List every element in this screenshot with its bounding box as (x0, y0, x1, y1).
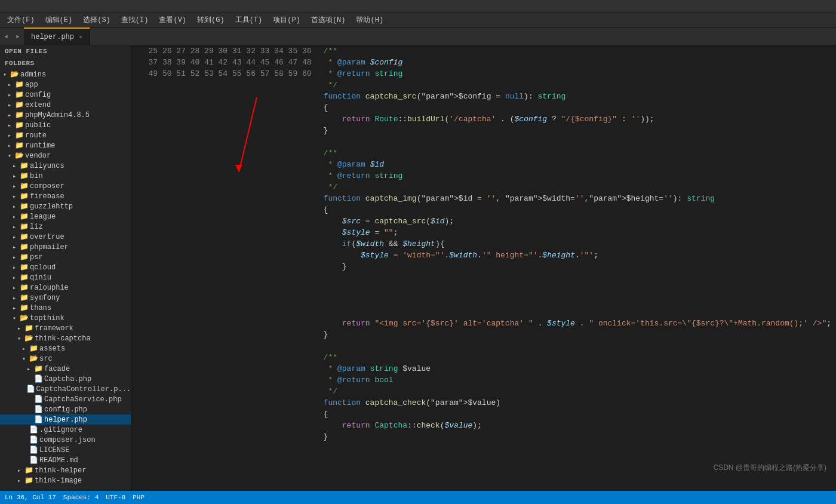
folder-arrow-icon (10, 254, 19, 261)
tree-item-thans[interactable]: 📁thans (0, 303, 131, 313)
status-bar: Ln 36, Col 17 Spaces: 4 UTF-8 PHP (0, 491, 836, 504)
status-encoding: UTF-8 (106, 494, 125, 501)
tree-item-.gitignore[interactable]: 📄.gitignore (0, 425, 131, 435)
tree-item-overtrue[interactable]: 📁overtrue (0, 232, 131, 242)
file-icon: 📄 (29, 435, 38, 444)
folder-icon: 📁 (19, 253, 29, 262)
menu-preferences[interactable]: 首选项(N) (306, 14, 351, 26)
tree-item-league[interactable]: 📁league (0, 211, 131, 222)
tree-item-assets[interactable]: 📁assets (0, 343, 131, 354)
tree-item-src[interactable]: 📂src (0, 354, 131, 364)
tab-close-icon[interactable]: ✕ (79, 33, 82, 41)
tree-item-app[interactable]: 📁app (0, 79, 131, 90)
tree-item-qcloud[interactable]: 📁qcloud (0, 262, 131, 272)
tree-item-label: LICENSE (39, 446, 69, 454)
folder-arrow-icon (5, 142, 14, 149)
folder-icon: 📁 (24, 466, 33, 475)
folder-icon: 📁 (19, 182, 29, 190)
folder-icon: 📂 (19, 314, 29, 322)
folder-icon: 📁 (19, 263, 29, 272)
folder-icon: 📁 (14, 131, 24, 140)
tree-item-runtime[interactable]: 📁runtime (0, 140, 131, 150)
tree-item-Captcha.php[interactable]: 📄Captcha.php (0, 374, 131, 384)
tree-item-qiniu[interactable]: 📁qiniu (0, 272, 131, 282)
tree-item-public[interactable]: 📁public (0, 120, 131, 130)
tree-item-config.php[interactable]: 📄config.php (0, 404, 131, 414)
tree-item-helper.php[interactable]: 📄helper.php (0, 414, 131, 425)
tree-item-CaptchaController.php[interactable]: 📄CaptchaController.p... (0, 384, 131, 394)
tree-item-extend[interactable]: 📁extend (0, 100, 131, 110)
menu-tools[interactable]: 工具(T) (230, 14, 268, 26)
tree-item-CaptchaService.php[interactable]: 📄CaptchaService.php (0, 394, 131, 404)
tree-item-phpMyAdmin[interactable]: 📁phpMyAdmin4.8.5 (0, 110, 131, 120)
folder-icon: 📁 (19, 212, 29, 221)
menu-goto[interactable]: 转到(G) (192, 14, 229, 26)
folder-arrow-icon (10, 264, 19, 271)
folder-arrow-icon (10, 315, 19, 322)
folder-arrow-icon (24, 365, 33, 373)
folder-arrow-icon (14, 477, 24, 484)
menu-select[interactable]: 选择(S) (78, 14, 115, 26)
tree-item-label: think-captcha (35, 334, 91, 343)
line-numbers: 25 26 27 28 29 30 31 32 33 34 35 36 37 3… (131, 45, 319, 491)
menu-view[interactable]: 查看(V) (154, 14, 191, 26)
tree-item-symfony[interactable]: 📁symfony (0, 293, 131, 303)
tree-item-firebase[interactable]: 📁firebase (0, 191, 131, 201)
tree-item-label: runtime (25, 142, 55, 150)
tree-item-think-captcha[interactable]: 📂think-captcha (0, 333, 131, 343)
folder-icon: 📁 (19, 273, 29, 282)
tree-item-label: liz (30, 223, 43, 231)
tree-item-think-helper[interactable]: 📁think-helper (0, 465, 131, 475)
folder-arrow-icon (10, 213, 19, 220)
tree-item-liz[interactable]: 📁liz (0, 222, 131, 232)
menu-help[interactable]: 帮助(H) (351, 14, 388, 26)
folder-icon: 📁 (19, 232, 29, 241)
tree-item-aliyuncs[interactable]: 📁aliyuncs (0, 161, 131, 171)
tree-item-config[interactable]: 📁config (0, 90, 131, 100)
tree-item-README.md[interactable]: 📄README.md (0, 455, 131, 465)
tree-item-bin[interactable]: 📁bin (0, 171, 131, 181)
tree-item-composer[interactable]: 📁composer (0, 181, 131, 191)
tree-item-label: .gitignore (39, 426, 82, 434)
tree-item-think-image[interactable]: 📁think-image (0, 475, 131, 485)
nav-forward[interactable]: ▸ (12, 27, 24, 45)
tree-item-label: topthink (30, 314, 64, 322)
tree-item-admins[interactable]: 📂admins (0, 69, 131, 79)
tab-label: helper.php (31, 33, 74, 41)
tree-item-label: config (25, 91, 51, 99)
folder-arrow-icon (10, 294, 19, 302)
tree-item-label: config.php (44, 405, 87, 414)
folder-icon: 📁 (33, 364, 43, 373)
folder-icon: 📁 (14, 141, 24, 150)
tree-item-topthink[interactable]: 📂topthink (0, 313, 131, 323)
tree-item-guzzlehttp[interactable]: 📁guzzlehttp (0, 201, 131, 211)
code-editor[interactable]: 25 26 27 28 29 30 31 32 33 34 35 36 37 3… (131, 45, 836, 491)
nav-back[interactable]: ◂ (0, 27, 12, 45)
folder-arrow-icon (5, 132, 14, 139)
menu-find[interactable]: 查找(I) (116, 14, 153, 26)
menu-project[interactable]: 项目(P) (268, 14, 305, 26)
tree-item-label: ralouphie (30, 284, 69, 292)
tree-item-framework[interactable]: 📁framework (0, 323, 131, 333)
tab-helper-php[interactable]: helper.php ✕ (24, 27, 90, 45)
tree-item-LICENSE[interactable]: 📄LICENSE (0, 445, 131, 455)
tree-item-label: phpmailer (30, 243, 69, 251)
folder-arrow-icon (5, 122, 14, 129)
tree-item-facade[interactable]: 📁facade (0, 364, 131, 374)
tree-item-ralouphie[interactable]: 📁ralouphie (0, 282, 131, 293)
content-area: OPEN FILES FOLDERS 📂admins📁app📁config📁ex… (0, 45, 836, 491)
folder-arrow-icon (10, 162, 19, 170)
menu-edit[interactable]: 编辑(E) (41, 14, 78, 26)
folder-icon: 📁 (19, 161, 29, 170)
folder-icon: 📁 (19, 293, 29, 302)
tree-item-composer.json[interactable]: 📄composer.json (0, 435, 131, 445)
folder-arrow-icon (10, 223, 19, 231)
tree-item-psr[interactable]: 📁psr (0, 252, 131, 262)
folder-arrow-icon (14, 467, 24, 474)
tree-item-phpmailer[interactable]: 📁phpmailer (0, 242, 131, 252)
menu-file[interactable]: 文件(F) (2, 14, 39, 26)
folder-icon: 📁 (19, 202, 29, 211)
folder-icon: 📁 (19, 222, 29, 231)
tree-item-route[interactable]: 📁route (0, 130, 131, 140)
tree-item-vendor[interactable]: 📂vendor (0, 150, 131, 161)
